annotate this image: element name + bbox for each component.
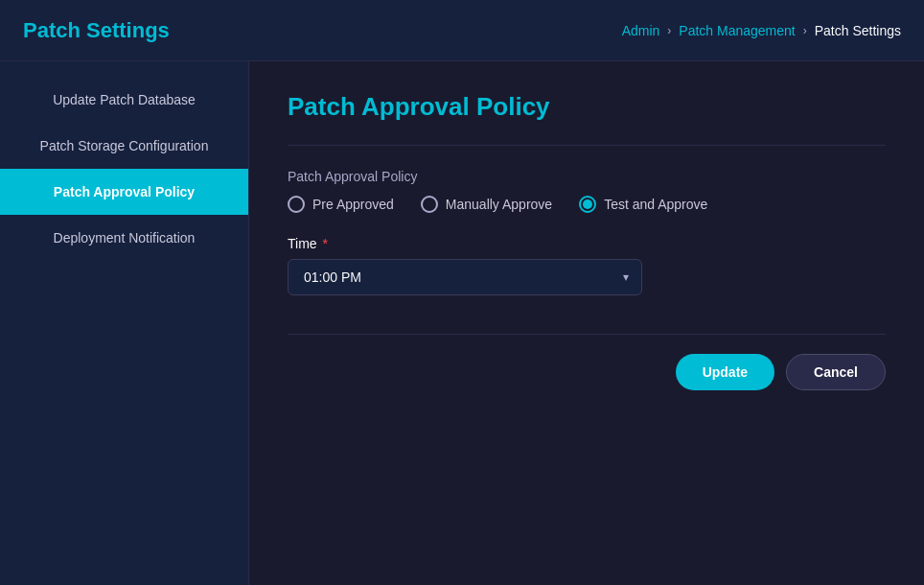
radio-option-pre-approved[interactable]: Pre Approved (288, 196, 394, 213)
sidebar: Update Patch Database Patch Storage Conf… (0, 61, 249, 585)
app-title: Patch Settings (23, 18, 170, 43)
radio-option-test-and-approve[interactable]: Test and Approve (579, 196, 707, 213)
radio-label-pre-approved: Pre Approved (312, 197, 394, 212)
layout: Update Patch Database Patch Storage Conf… (0, 61, 924, 585)
radio-label-test-and-approve: Test and Approve (604, 197, 707, 212)
time-select[interactable]: 12:00 AM 01:00 AM 02:00 AM 03:00 AM 04:0… (288, 259, 642, 295)
radio-circle-pre-approved (288, 196, 305, 213)
time-label: Time * (288, 236, 886, 251)
breadcrumb-current: Patch Settings (815, 23, 901, 38)
top-divider (288, 145, 886, 146)
sidebar-item-patch-approval-policy[interactable]: Patch Approval Policy (0, 169, 248, 215)
time-field: Time * 12:00 AM 01:00 AM 02:00 AM 03:00 … (288, 236, 886, 295)
breadcrumb-patch-management[interactable]: Patch Management (679, 23, 795, 38)
radio-circle-manually-approve (421, 196, 438, 213)
form-section-label: Patch Approval Policy (288, 169, 886, 184)
breadcrumb-sep-2: › (803, 24, 807, 37)
radio-group: Pre Approved Manually Approve Test and A… (288, 196, 886, 213)
radio-option-manually-approve[interactable]: Manually Approve (421, 196, 552, 213)
time-select-wrapper: 12:00 AM 01:00 AM 02:00 AM 03:00 AM 04:0… (288, 259, 642, 295)
sidebar-item-patch-storage-configuration[interactable]: Patch Storage Configuration (0, 123, 248, 169)
breadcrumb-admin[interactable]: Admin (622, 23, 660, 38)
required-indicator: * (319, 236, 328, 251)
bottom-section: Update Cancel (288, 334, 886, 390)
breadcrumb: Admin › Patch Management › Patch Setting… (622, 23, 901, 38)
breadcrumb-sep-1: › (667, 24, 671, 37)
radio-circle-test-and-approve (579, 196, 596, 213)
radio-label-manually-approve: Manually Approve (446, 197, 552, 212)
sidebar-item-deployment-notification[interactable]: Deployment Notification (0, 215, 248, 261)
bottom-divider (288, 334, 886, 335)
header: Patch Settings Admin › Patch Management … (0, 0, 924, 61)
sidebar-item-update-patch-database[interactable]: Update Patch Database (0, 77, 248, 123)
main-content: Patch Approval Policy Patch Approval Pol… (249, 61, 924, 585)
button-row: Update Cancel (288, 354, 886, 390)
page-title: Patch Approval Policy (288, 92, 886, 122)
update-button[interactable]: Update (676, 354, 774, 390)
cancel-button[interactable]: Cancel (786, 354, 886, 390)
